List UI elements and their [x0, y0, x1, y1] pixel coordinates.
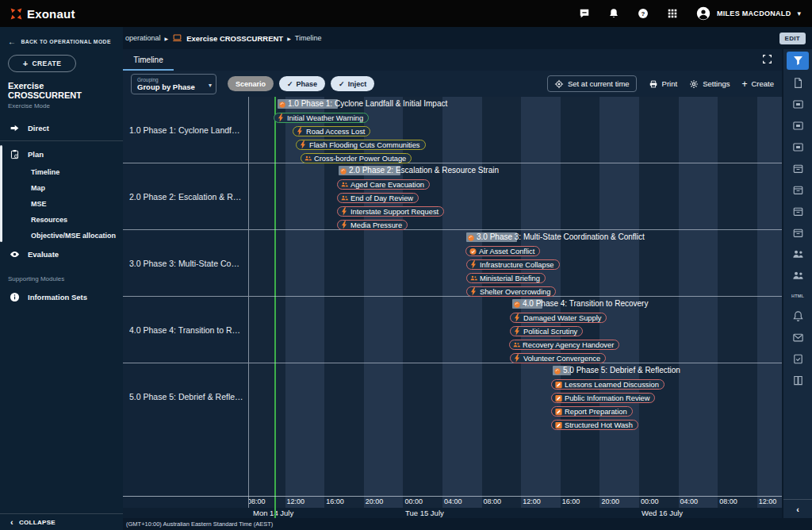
apps-grid-icon[interactable] [667, 8, 678, 19]
rail-card-icon[interactable] [792, 115, 804, 136]
inject-pill[interactable]: Report Preparation [551, 406, 633, 417]
phase-bar-item[interactable]: 2.0 Phase 2: Escalation & Resource Strai… [339, 166, 499, 175]
rail-collapse-button[interactable]: ‹ [783, 499, 812, 518]
gear-icon [689, 79, 699, 89]
plus-icon: + [741, 79, 747, 90]
notifications-bell-icon[interactable] [608, 8, 619, 19]
timeline-rows: 1.0 Phase 1: Cyclone Landfall & Initial … [249, 97, 782, 496]
inject-pill[interactable]: Public Information Review [551, 393, 655, 403]
inject-pill[interactable]: End of Day Review [337, 193, 419, 203]
inject-pill[interactable]: Flash Flooding Cuts Communities [296, 140, 426, 150]
create-inject-button[interactable]: + Create [741, 79, 774, 90]
time-tick-label: 08:00 [484, 497, 502, 505]
sidebar-collapse-button[interactable]: ‹ COLLAPSE [0, 513, 123, 530]
phase-bar-item[interactable]: 3.0 Phase 3: Multi-State Coordination & … [466, 232, 645, 242]
inject-label: Initial Weather Warning [287, 113, 363, 123]
inject-pill[interactable]: Ministerial Briefing [466, 273, 546, 283]
edit-button[interactable]: EDIT [779, 33, 806, 44]
rail-people-icon[interactable] [792, 265, 804, 286]
rail-icons: HTML [783, 52, 812, 391]
chat-icon[interactable] [579, 8, 590, 19]
rail-document-icon[interactable] [792, 72, 804, 94]
timeline-chart[interactable]: 1.0 Phase 1: Cyclone Landfall & Initial … [249, 97, 782, 518]
bolt-icon [514, 314, 521, 321]
info-icon [10, 292, 20, 302]
rail-mail-icon[interactable] [792, 327, 804, 348]
time-tick-label: 12:00 [523, 497, 541, 505]
inject-pill[interactable]: Initial Weather Warning [274, 113, 369, 123]
timeline-panel: Timeline Grouping Group by Phase ▾ [123, 49, 782, 518]
exercise-title: Exercise CROSSCURRENT [0, 79, 123, 100]
phase-bar-item[interactable]: 1.0 Phase 1: Cyclone Landfall & Initial … [278, 99, 447, 109]
breadcrumb-exercise[interactable]: Exercise CROSSCURRENT [186, 34, 283, 43]
sidebar-subitem-timeline[interactable]: Timeline [0, 164, 123, 180]
chevron-left-icon: ‹ [796, 505, 799, 514]
time-tick-label: 00:00 [404, 497, 423, 505]
inject-pill[interactable]: Political Scrutiny [510, 326, 583, 336]
inject-pill[interactable]: Air Asset Conflict [465, 246, 540, 256]
grouping-select[interactable]: Grouping Group by Phase ▾ [131, 74, 216, 94]
print-button[interactable]: Print [649, 79, 678, 89]
set-current-time-button[interactable]: Set at current time [547, 75, 637, 92]
phase-row-label: 5.0 Phase 5: Debrief & Reflection [123, 363, 248, 430]
axis-top-line [123, 496, 782, 497]
inject-pill[interactable]: Aged Care Evacuation [337, 179, 430, 190]
inject-pill[interactable]: Infrastructure Collapse [466, 259, 560, 270]
back-to-operational-mode[interactable]: ← BACK TO OPERATIONAL MODE [0, 27, 123, 46]
inject-pill[interactable]: Damaged Water Supply [510, 313, 607, 323]
rail-archive-icon[interactable] [792, 179, 804, 201]
rail-filter-icon-active[interactable] [787, 52, 809, 70]
rail-card-icon[interactable] [792, 94, 804, 115]
user-menu[interactable]: MILES MACDONALD ▾ [696, 6, 801, 21]
rail-bell-icon[interactable] [792, 305, 804, 327]
inject-label: Report Preparation [565, 407, 627, 417]
rail-book-icon[interactable] [792, 370, 804, 391]
sidebar-item-plan[interactable]: Plan [0, 144, 123, 164]
sidebar-subitem-objective-mse-allocation[interactable]: Objective/MSE allocation [0, 228, 123, 244]
phase-bar-item[interactable]: 5.0 Phase 5: Debrief & Reflection [553, 366, 680, 375]
rail-archive-icon[interactable] [792, 201, 804, 222]
chip-scenario[interactable]: Scenario [228, 76, 274, 91]
rail-note-icon[interactable] [792, 348, 804, 370]
phase-bar-item[interactable]: 4.0 Phase 4: Transition to Recovery [512, 299, 648, 309]
inject-label: Road Access Lost [306, 127, 365, 136]
sidebar-item-direct[interactable]: Direct [0, 117, 123, 138]
rail-html-icon[interactable]: HTML [791, 286, 804, 305]
bolt-icon [341, 221, 348, 229]
breadcrumb-operational[interactable]: operational [125, 34, 161, 42]
tab-timeline[interactable]: Timeline [123, 56, 174, 71]
inject-pill[interactable]: Volunteer Convergence [510, 353, 606, 363]
time-tick-label: 20:00 [366, 497, 384, 505]
bolt-icon [297, 128, 304, 135]
rail-people-icon[interactable] [792, 244, 804, 265]
phase-title: 1.0 Phase 1: Cyclone Landfall & Initial … [288, 99, 447, 108]
chip-inject[interactable]: ✓Inject [331, 76, 374, 91]
sidebar-subitem-mse[interactable]: MSE [0, 196, 123, 212]
fullscreen-icon[interactable] [762, 54, 772, 64]
chip-phase[interactable]: ✓Phase [279, 76, 325, 91]
rail-archive-icon[interactable] [792, 222, 804, 244]
inject-pill[interactable]: Shelter Overcrowding [466, 286, 556, 297]
sidebar-subitem-resources[interactable]: Resources [0, 212, 123, 228]
inject-pill[interactable]: Recovery Agency Handover [509, 340, 619, 350]
rail-card-icon[interactable] [792, 136, 804, 158]
sidebar-item-evaluate[interactable]: Evaluate [0, 244, 123, 264]
inject-pill[interactable]: Media Pressure [337, 220, 408, 230]
settings-button[interactable]: Settings [689, 79, 730, 89]
inject-pill[interactable]: Structured Hot Wash [551, 420, 638, 430]
breadcrumb-timeline[interactable]: Timeline [295, 34, 322, 42]
sidebar-subitem-map[interactable]: Map [0, 180, 123, 196]
sidebar-item-information-sets[interactable]: Information Sets [0, 286, 123, 307]
create-button[interactable]: + CREATE [8, 55, 76, 72]
people-icon [341, 194, 348, 202]
phase-icon [554, 367, 561, 374]
help-icon[interactable]: ? [638, 8, 649, 19]
rail-archive-icon[interactable] [792, 158, 804, 179]
time-tick-label: 08:00 [719, 497, 737, 505]
plan-section: Plan TimelineMapMSEResourcesObjective/MS… [0, 144, 123, 244]
inject-pill[interactable]: Road Access Lost [293, 126, 370, 136]
inject-pill[interactable]: Lessons Learned Discussion [551, 379, 665, 390]
inject-pill[interactable]: Interstate Support Request [337, 206, 444, 217]
plus-icon: + [23, 59, 29, 68]
inject-pill[interactable]: Cross-border Power Outage [301, 153, 412, 163]
